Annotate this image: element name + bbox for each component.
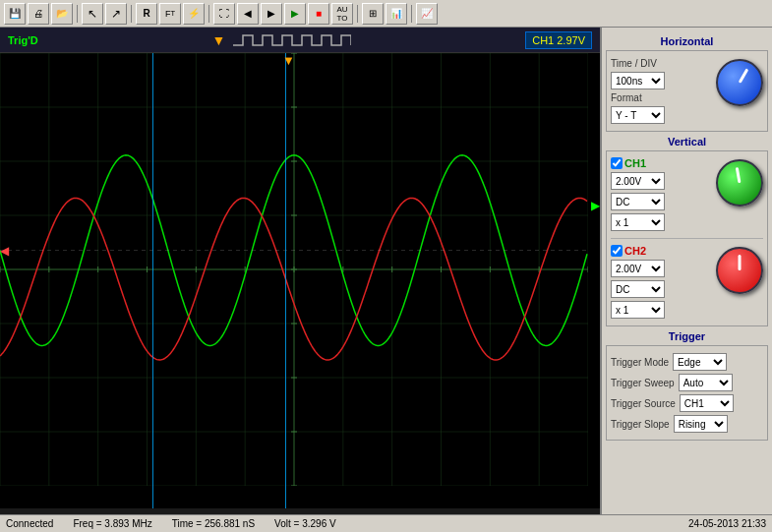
ch2-check-row: CH2 xyxy=(611,245,712,257)
ch1-knob[interactable] xyxy=(716,159,763,207)
ch2-knob-col xyxy=(716,243,763,294)
ch2-row: CH2 2.00V1.00V500mV DCACGND xyxy=(611,243,763,322)
ch2-coupling-select[interactable]: DCACGND xyxy=(611,280,665,298)
ch1-coupling-select[interactable]: DCACGND xyxy=(611,193,665,210)
ch1-volt-select[interactable]: 2.00V1.00V500mV xyxy=(611,172,665,190)
trig-sweep-label: Trigger Sweep xyxy=(611,378,675,388)
status-freq: Freq = 3.893 MHz xyxy=(73,518,151,529)
format-select-row: Y - TX - Y xyxy=(611,106,712,124)
trig-slope-row: Trigger Slope RisingFalling xyxy=(611,415,763,433)
trigger-section: Trigger Mode EdgePulseVideo Trigger Swee… xyxy=(606,345,768,441)
ch1-coupling-row: DCACGND xyxy=(611,193,712,210)
horizontal-title: Horizontal xyxy=(606,35,768,47)
ch1-check-row: CH1 xyxy=(611,157,712,169)
ch2-probe-row: x 1x 10x 100 xyxy=(611,301,712,319)
toolbar-sep-1 xyxy=(77,5,78,23)
ch1-knob-col xyxy=(716,155,763,207)
ch1-checkbox[interactable] xyxy=(611,157,623,169)
trigger-waveform-svg xyxy=(233,30,351,50)
trigger-title: Trigger xyxy=(606,330,768,342)
trig-mode-label: Trigger Mode xyxy=(611,357,669,368)
trig-sweep-select[interactable]: AutoNormalSingle xyxy=(679,374,733,391)
toolbar-capture[interactable]: ⛶ xyxy=(213,3,235,25)
status-connected: Connected xyxy=(6,518,53,529)
horizontal-section: Time / DIV 100ns1ns500ns Format Y - TX -… xyxy=(606,50,768,132)
ch2-checkbox[interactable] xyxy=(611,245,623,257)
toolbar-r[interactable]: R xyxy=(136,3,157,25)
ch1-knob-indicator xyxy=(736,167,742,183)
ch-divider xyxy=(611,238,763,239)
time-div-select[interactable]: 100ns1ns500ns xyxy=(611,72,665,89)
horizontal-controls: Time / DIV 100ns1ns500ns Format Y - TX -… xyxy=(611,55,712,127)
trig-slope-select[interactable]: RisingFalling xyxy=(674,415,728,433)
scope-canvas[interactable]: ◀ ▶ ▼ xyxy=(0,53,600,508)
trig-slope-label: Trigger Slope xyxy=(611,419,670,430)
horizontal-knob[interactable] xyxy=(716,59,763,106)
toolbar: 💾 🖨 📂 ↖ ↗ R FT ⚡ ⛶ ◀ ▶ ▶ ■ AUTO ⊞ 📊 📈 xyxy=(0,0,772,28)
ch1-row: CH1 2.00V1.00V500mV DCACGND xyxy=(611,155,763,234)
ch2-label: CH2 xyxy=(624,245,646,257)
toolbar-measure[interactable]: 📈 xyxy=(416,3,438,25)
horizontal-controls-row: Time / DIV 100ns1ns500ns Format Y - TX -… xyxy=(611,55,763,127)
status-date: 24-05-2013 21:33 xyxy=(688,518,766,529)
status-time: Time = 256.881 nS xyxy=(172,518,255,529)
trigger-pos-marker: ▼ xyxy=(282,53,295,68)
toolbar-sep-5 xyxy=(411,5,412,23)
toolbar-grid[interactable]: ⊞ xyxy=(362,3,384,25)
toolbar-sep-4 xyxy=(357,5,358,23)
ch2-probe-select[interactable]: x 1x 10x 100 xyxy=(611,301,665,319)
ch2-controls: CH2 2.00V1.00V500mV DCACGND xyxy=(611,243,712,322)
time-div-row: Time / DIV xyxy=(611,58,712,69)
toolbar-prev[interactable]: ◀ xyxy=(237,3,259,25)
toolbar-print[interactable]: 🖨 xyxy=(28,3,49,25)
horizontal-knob-col xyxy=(716,55,763,106)
toolbar-open[interactable]: 📂 xyxy=(51,3,73,25)
main-area: Trig'D ▼ CH1 2.97V ◀ ▶ ▼ CH1 xyxy=(0,28,772,532)
trig-mode-row: Trigger Mode EdgePulseVideo xyxy=(611,353,763,371)
toolbar-cursor2[interactable]: ↗ xyxy=(105,3,127,25)
horizontal-knob-indicator xyxy=(739,68,749,83)
time-div-select-row: 100ns1ns500ns xyxy=(611,72,712,89)
trig-source-row: Trigger Source CH1CH2EXT xyxy=(611,394,763,412)
format-select[interactable]: Y - TX - Y xyxy=(611,106,665,124)
ch1-controls: CH1 2.00V1.00V500mV DCACGND xyxy=(611,155,712,234)
ch1-level-arrow: ◀ xyxy=(0,244,9,258)
trigger-wave-area: ▼ xyxy=(212,30,352,50)
time-div-label: Time / DIV xyxy=(611,58,660,69)
status-bar: Connected Freq = 3.893 MHz Time = 256.88… xyxy=(0,514,772,532)
toolbar-sep-2 xyxy=(131,5,132,23)
oscilloscope-canvas xyxy=(0,53,588,486)
scope-header: Trig'D ▼ CH1 2.97V xyxy=(0,28,600,53)
toolbar-cursor1[interactable]: ↖ xyxy=(82,3,103,25)
ch2-knob[interactable] xyxy=(716,247,763,294)
toolbar-chart[interactable]: 📊 xyxy=(386,3,407,25)
vertical-section: CH1 2.00V1.00V500mV DCACGND xyxy=(606,150,768,326)
toolbar-signal[interactable]: ⚡ xyxy=(183,3,205,25)
ch2-volt-select[interactable]: 2.00V1.00V500mV xyxy=(611,260,665,277)
scope-area: Trig'D ▼ CH1 2.97V ◀ ▶ ▼ CH1 xyxy=(0,28,600,532)
ch1-volt-row: 2.00V1.00V500mV xyxy=(611,172,712,190)
toolbar-stop[interactable]: ■ xyxy=(308,3,329,25)
vertical-title: Vertical xyxy=(606,136,768,148)
trig-mode-select[interactable]: EdgePulseVideo xyxy=(673,353,727,371)
toolbar-save[interactable]: 💾 xyxy=(4,3,26,25)
ch1-info-display: CH1 2.97V xyxy=(525,31,592,49)
ch2-knob-indicator xyxy=(739,255,742,270)
toolbar-f[interactable]: FT xyxy=(159,3,181,25)
toolbar-play[interactable]: ▶ xyxy=(284,3,306,25)
cursor-vline-2 xyxy=(285,53,286,508)
ch1-label: CH1 xyxy=(624,157,646,169)
ch1-probe-row: x 1x 10x 100 xyxy=(611,213,712,231)
trigger-marker-top: ▼ xyxy=(212,32,226,48)
ch2-volt-row: 2.00V1.00V500mV xyxy=(611,260,712,277)
trig-source-label: Trigger Source xyxy=(611,398,676,409)
cursor-vline-1 xyxy=(152,53,153,508)
trig-source-select[interactable]: CH1CH2EXT xyxy=(680,394,734,412)
ch1-probe-select[interactable]: x 1x 10x 100 xyxy=(611,213,665,231)
toolbar-auto[interactable]: AUTO xyxy=(331,3,353,25)
ch2-coupling-row: DCACGND xyxy=(611,280,712,298)
trig-status: Trig'D xyxy=(8,34,38,46)
right-panel: Horizontal Time / DIV 100ns1ns500ns Form… xyxy=(600,28,772,532)
toolbar-next[interactable]: ▶ xyxy=(261,3,282,25)
trig-sweep-row: Trigger Sweep AutoNormalSingle xyxy=(611,374,763,391)
